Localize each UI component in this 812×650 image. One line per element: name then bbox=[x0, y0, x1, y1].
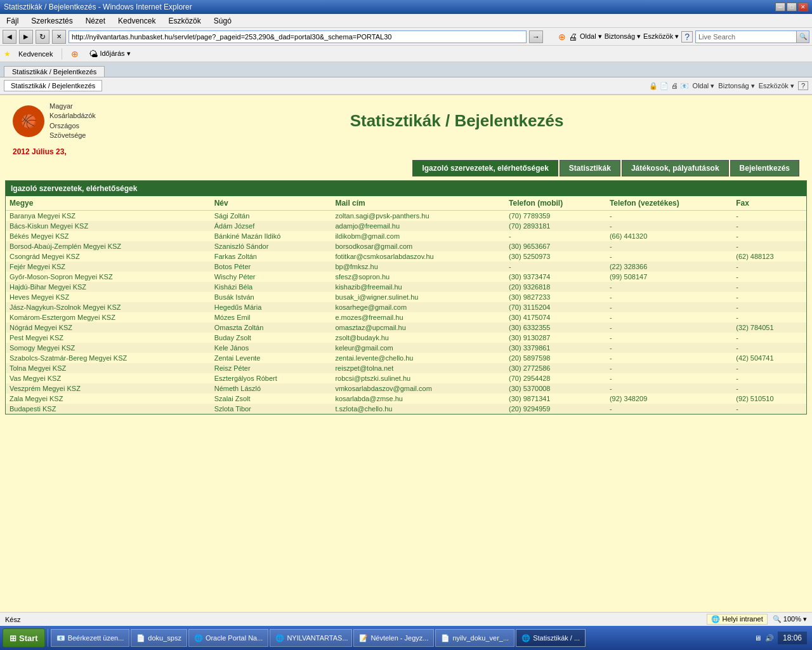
page-tab-label[interactable]: Statisztikák / Bejelentkezés bbox=[4, 80, 102, 91]
cell-1-1: Ádám József bbox=[211, 221, 332, 231]
cell-13-2: keleur@gmail.com bbox=[331, 343, 505, 353]
cell-0-4: - bbox=[606, 210, 732, 221]
cell-11-3: (30) 6332355 bbox=[505, 322, 606, 333]
cell-18-1: Szalai Zsolt bbox=[211, 394, 332, 404]
table-row: Pest Megyei KSZBuday Zsoltzsolt@budayk.h… bbox=[6, 333, 806, 343]
live-search-box[interactable]: Live Search 🔍 bbox=[695, 30, 809, 43]
close-button[interactable]: ✕ bbox=[798, 3, 808, 11]
col-tel-mobil: Telefon (mobil) bbox=[505, 196, 606, 211]
taskbar-item-2[interactable]: 🌐 Oracle Portal Na... bbox=[188, 629, 268, 631]
cell-2-5: - bbox=[732, 231, 806, 241]
menu-favorites[interactable]: Kedvencek bbox=[114, 16, 159, 26]
cell-7-3: (20) 9326818 bbox=[505, 282, 606, 292]
zoom-level[interactable]: 🔍 100% ▾ bbox=[773, 615, 807, 623]
toolbar-icons: 🔒 📄 🖨 📧 bbox=[649, 82, 688, 90]
tab-statisztikak[interactable]: Statisztikák bbox=[560, 160, 620, 176]
menu-edit[interactable]: Szerkesztés bbox=[27, 16, 76, 26]
cell-3-4: - bbox=[606, 241, 732, 251]
page-menu[interactable]: Oldal ▾ bbox=[580, 32, 602, 41]
help-icon[interactable]: ? bbox=[681, 31, 693, 43]
toolbar-help[interactable]: ? bbox=[798, 81, 808, 90]
cell-16-3: (70) 2954428 bbox=[505, 373, 606, 383]
toolbar2: Statisztikák / Bejelentkezés 🔒 📄 🖨 📧 Old… bbox=[0, 77, 812, 95]
cell-10-1: Mózes Emil bbox=[211, 312, 332, 322]
address-input[interactable] bbox=[69, 30, 527, 43]
tab-bejelentkezes[interactable]: Bejelentkezés bbox=[730, 160, 799, 176]
cell-17-1: Németh László bbox=[211, 383, 332, 394]
taskbar-item-0[interactable]: 📧 Beérkezett üzen... bbox=[51, 629, 130, 631]
go-button[interactable]: → bbox=[529, 30, 543, 43]
taskbar-item-1[interactable]: 📄 doku_spsz bbox=[131, 629, 187, 631]
live-search-button[interactable]: 🔍 bbox=[796, 31, 809, 43]
table-row: Somogy Megyei KSZKele Jánoskeleur@gmail.… bbox=[6, 343, 806, 353]
tab-igazolo[interactable]: Igazoló szervezetek, elérhetőségek bbox=[412, 160, 558, 176]
org-name: Magyar Kosárlabdázók Országos Szövetsége bbox=[49, 102, 96, 141]
cell-4-4: - bbox=[606, 251, 732, 262]
menu-view[interactable]: Nézet bbox=[82, 16, 109, 26]
cell-3-3: (30) 9653667 bbox=[505, 241, 606, 251]
globe-icon: 🌐 bbox=[711, 615, 720, 623]
cell-19-3: (20) 9294959 bbox=[505, 404, 606, 414]
cell-14-4: - bbox=[606, 353, 732, 363]
cell-5-5: - bbox=[732, 262, 806, 272]
start-button[interactable]: ⊞ Start bbox=[3, 628, 45, 631]
toolbar-oldal[interactable]: Oldal ▾ bbox=[693, 82, 715, 90]
favorites-label[interactable]: Kedvencek bbox=[16, 50, 55, 58]
browser-tab[interactable]: Statisztikák / Bejelentkezés bbox=[4, 66, 105, 77]
table-row: Szabolcs-Szatmár-Bereg Megyei KSZZentai … bbox=[6, 353, 806, 363]
cell-14-0: Szabolcs-Szatmár-Bereg Megyei KSZ bbox=[6, 353, 211, 363]
table-row: Komárom-Esztergom Megyei KSZMózes Emile.… bbox=[6, 312, 806, 322]
taskbar-item-3[interactable]: 🌐 NYILVANTARTAS... bbox=[270, 629, 352, 631]
table-row: Budapesti KSZSzlota Tibort.szlota@chello… bbox=[6, 404, 806, 414]
window-title: Statisztikák / Bejelentkezés - Windows I… bbox=[4, 3, 192, 11]
cell-0-3: (70) 7789359 bbox=[505, 210, 606, 221]
refresh-button[interactable]: ↻ bbox=[36, 30, 49, 44]
cell-0-2: zoltan.sagi@pvsk-panthers.hu bbox=[331, 210, 505, 221]
col-mail: Mail cím bbox=[331, 196, 505, 211]
cell-10-0: Komárom-Esztergom Megyei KSZ bbox=[6, 312, 211, 322]
cell-7-4: - bbox=[606, 282, 732, 292]
tools-menu[interactable]: Eszközök ▾ bbox=[643, 32, 679, 41]
security-menu[interactable]: Biztonság ▾ bbox=[605, 32, 641, 41]
taskbar-item-6[interactable]: 🌐 Statisztikák / ... bbox=[516, 629, 586, 631]
col-megye: Megye bbox=[6, 196, 211, 211]
menu-file[interactable]: Fájl bbox=[3, 16, 22, 26]
cell-1-4: - bbox=[606, 221, 732, 231]
cell-4-2: fotitkar@csmkosarlabdaszov.hu bbox=[331, 251, 505, 262]
table-row: Fejér Megyei KSZBotos Péterbp@fmksz.hu-(… bbox=[6, 262, 806, 272]
menu-help[interactable]: Súgó bbox=[210, 16, 235, 26]
cell-8-5: - bbox=[732, 292, 806, 302]
back-button[interactable]: ◀ bbox=[3, 30, 16, 44]
page-date: 2012 Július 23, bbox=[13, 147, 67, 156]
maximize-button[interactable]: □ bbox=[787, 3, 797, 11]
menu-tools[interactable]: Eszközök bbox=[164, 16, 204, 26]
toolbar-eszkozok[interactable]: Eszközök ▾ bbox=[759, 82, 794, 90]
taskbar-item-5[interactable]: 📄 nyilv_doku_ver_... bbox=[435, 629, 514, 631]
table-row: Hajdú-Bihar Megyei KSZKisházi Bélakishaz… bbox=[6, 282, 806, 292]
cell-19-2: t.szlota@chello.hu bbox=[331, 404, 505, 414]
cell-9-1: Hegedűs Mária bbox=[211, 302, 332, 312]
minimize-button[interactable]: ─ bbox=[775, 3, 785, 11]
cell-11-1: Omaszta Zoltán bbox=[211, 322, 332, 333]
favorites-idojaras[interactable]: 🌤 Időjárás ▾ bbox=[86, 48, 133, 60]
cell-19-1: Szlota Tibor bbox=[211, 404, 332, 414]
table-row: Veszprém Megyei KSZNémeth Lászlóvmkosarl… bbox=[6, 383, 806, 394]
cell-13-3: (30) 3379861 bbox=[505, 343, 606, 353]
cell-12-3: (30) 9130287 bbox=[505, 333, 606, 343]
cell-10-2: e.mozes@freemail.hu bbox=[331, 312, 505, 322]
cell-19-4: - bbox=[606, 404, 732, 414]
print-icon: 🖨 bbox=[568, 32, 577, 42]
cell-7-0: Hajdú-Bihar Megyei KSZ bbox=[6, 282, 211, 292]
taskbar-item-4[interactable]: 📝 Névtelen - Jegyz... bbox=[353, 629, 434, 631]
cell-15-1: Reisz Péter bbox=[211, 363, 332, 373]
cell-14-2: zentai.levente@chello.hu bbox=[331, 353, 505, 363]
cell-17-0: Veszprém Megyei KSZ bbox=[6, 383, 211, 394]
tab-jatekosok[interactable]: Játékosok, pályafutások bbox=[622, 160, 729, 176]
forward-button[interactable]: ▶ bbox=[19, 30, 33, 44]
table-row: Jász-Nagykun-Szolnok Megyei KSZHegedűs M… bbox=[6, 302, 806, 312]
cell-17-5: - bbox=[732, 383, 806, 394]
toolbar-biztonsag[interactable]: Biztonság ▾ bbox=[718, 82, 754, 90]
stop-button[interactable]: ✕ bbox=[52, 30, 66, 44]
table-row: Zala Megyei KSZSzalai Zsoltkosarlabda@zm… bbox=[6, 394, 806, 404]
page-title-area: Statisztikák / Bejelentkezés bbox=[114, 111, 799, 131]
